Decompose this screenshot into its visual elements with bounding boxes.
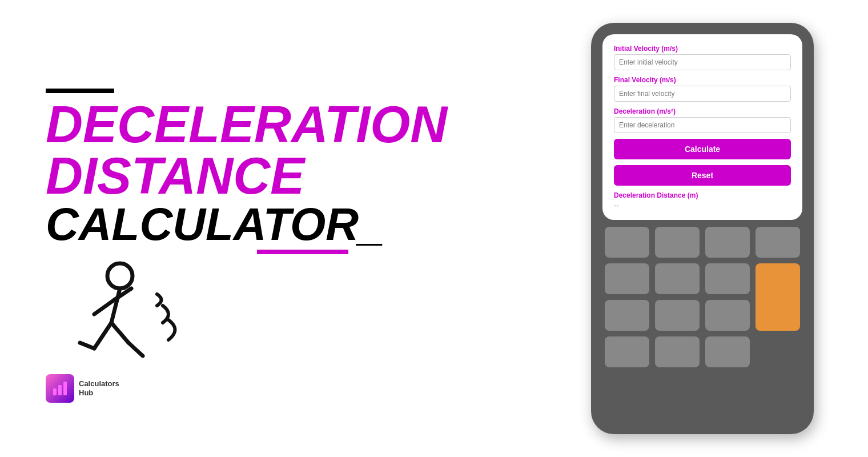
final-velocity-label: Final Velocity (m/s) bbox=[614, 76, 791, 84]
keypad bbox=[602, 227, 802, 367]
deceleration-label: Deceleration (m/s²) bbox=[614, 107, 791, 115]
title-calculator: CALCULATOR_ bbox=[46, 202, 582, 247]
deceleration-field: Deceleration (m/s²) bbox=[614, 107, 791, 133]
initial-velocity-label: Initial Velocity (m/s) bbox=[614, 45, 791, 53]
key-6[interactable] bbox=[655, 263, 700, 294]
logo-icon bbox=[46, 374, 74, 403]
svg-line-4 bbox=[94, 323, 111, 348]
key-7[interactable] bbox=[705, 263, 750, 294]
key-1[interactable] bbox=[605, 227, 649, 258]
runner-icon bbox=[46, 254, 206, 368]
final-velocity-input[interactable] bbox=[614, 86, 791, 102]
logo-text: Calculators Hub bbox=[79, 379, 119, 397]
result-section: Deceleration Distance (m) -- bbox=[614, 191, 791, 210]
logo-svg-icon bbox=[52, 380, 68, 396]
key-11[interactable] bbox=[605, 336, 649, 367]
calculate-button[interactable]: Calculate bbox=[614, 139, 791, 159]
svg-line-1 bbox=[111, 288, 120, 323]
svg-line-6 bbox=[111, 323, 128, 343]
svg-rect-9 bbox=[58, 385, 62, 395]
logo-area: Calculators Hub bbox=[46, 374, 119, 403]
key-13[interactable] bbox=[705, 336, 750, 367]
initial-velocity-input[interactable] bbox=[614, 54, 791, 70]
svg-point-0 bbox=[107, 263, 132, 288]
deceleration-input[interactable] bbox=[614, 117, 791, 133]
svg-rect-10 bbox=[63, 382, 67, 395]
calculator-device: Initial Velocity (m/s) Final Velocity (m… bbox=[591, 23, 814, 434]
title-deceleration: DECELERATION bbox=[46, 99, 582, 150]
key-2[interactable] bbox=[655, 227, 700, 258]
final-velocity-field: Final Velocity (m/s) bbox=[614, 76, 791, 102]
svg-line-7 bbox=[128, 343, 143, 356]
key-4[interactable] bbox=[756, 227, 800, 258]
left-section: DECELERATION DISTANCE CALCULATOR_ bbox=[46, 89, 582, 368]
top-decorative-bar bbox=[46, 89, 114, 93]
key-3[interactable] bbox=[705, 227, 750, 258]
logo-name-2: Hub bbox=[79, 388, 119, 398]
logo-name-1: Calculators bbox=[79, 379, 119, 388]
key-9[interactable] bbox=[655, 300, 700, 331]
key-10[interactable] bbox=[705, 300, 750, 331]
right-section: Initial Velocity (m/s) Final Velocity (m… bbox=[582, 23, 822, 434]
svg-rect-8 bbox=[53, 388, 57, 395]
svg-line-5 bbox=[80, 343, 94, 348]
result-value: -- bbox=[614, 201, 791, 210]
key-12[interactable] bbox=[655, 336, 700, 367]
svg-line-2 bbox=[94, 300, 114, 314]
purple-underline bbox=[257, 250, 348, 254]
result-label: Deceleration Distance (m) bbox=[614, 191, 791, 199]
key-orange[interactable] bbox=[756, 263, 800, 331]
reset-button[interactable]: Reset bbox=[614, 165, 791, 186]
key-8[interactable] bbox=[605, 300, 649, 331]
initial-velocity-field: Initial Velocity (m/s) bbox=[614, 45, 791, 70]
title-distance: DISTANCE bbox=[46, 150, 582, 202]
calculator-screen: Initial Velocity (m/s) Final Velocity (m… bbox=[602, 34, 802, 220]
key-5[interactable] bbox=[605, 263, 649, 294]
